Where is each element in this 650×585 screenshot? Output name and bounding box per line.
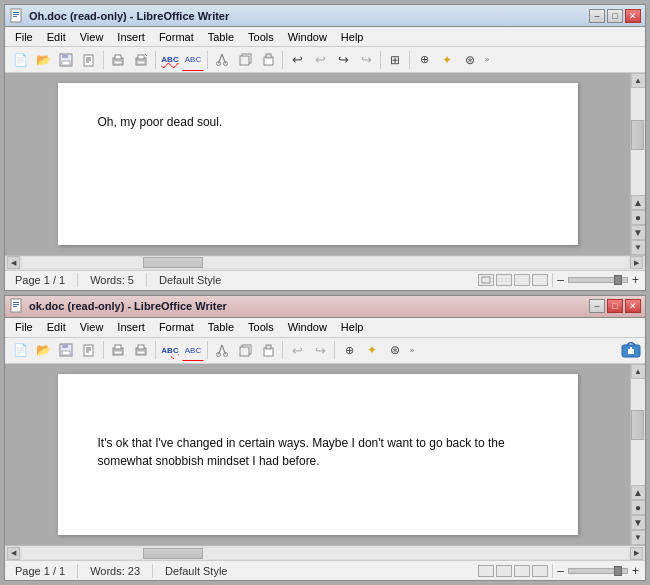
star-btn-1[interactable]: ✦ xyxy=(436,49,458,71)
more-btn-1[interactable]: ⊛ xyxy=(459,49,481,71)
redo-btn-2[interactable]: ↪ xyxy=(309,339,331,361)
paste-btn-1[interactable] xyxy=(257,49,279,71)
print-btn-2[interactable] xyxy=(107,339,129,361)
undo2-btn-1[interactable]: ↩ xyxy=(309,49,331,71)
more-btn-2[interactable]: ⊛ xyxy=(384,339,406,361)
table-btn-1[interactable]: ⊞ xyxy=(384,49,406,71)
spell2-btn-2[interactable]: ABC xyxy=(182,339,204,361)
minimize-btn-1[interactable]: – xyxy=(589,9,605,23)
scroll-track-1[interactable] xyxy=(631,88,645,195)
new-btn-1[interactable] xyxy=(9,49,31,71)
menu-format-2[interactable]: Format xyxy=(153,319,200,335)
redo2-btn-1[interactable]: ↪ xyxy=(355,49,377,71)
scroll-up-2[interactable]: ▲ xyxy=(631,364,646,379)
undo-btn-1[interactable]: ↩ xyxy=(286,49,308,71)
open-btn-1[interactable] xyxy=(32,49,54,71)
print2-btn-1[interactable] xyxy=(130,49,152,71)
hscroll-track-1[interactable] xyxy=(22,257,628,268)
save-btn-2[interactable] xyxy=(55,339,77,361)
spell-btn-2[interactable]: ABC xyxy=(159,339,181,361)
edit-file-btn-2[interactable] xyxy=(78,339,100,361)
menu-help-2[interactable]: Help xyxy=(335,319,370,335)
status-icon-b-1[interactable] xyxy=(496,274,512,286)
menu-file-1[interactable]: File xyxy=(9,29,39,45)
minimize-btn-2[interactable]: – xyxy=(589,299,605,313)
close-btn-1[interactable]: ✕ xyxy=(625,9,641,23)
new-btn-2[interactable] xyxy=(9,339,31,361)
paste-btn-2[interactable] xyxy=(257,339,279,361)
toolbar-chevron-2[interactable]: » xyxy=(407,339,417,361)
hscroll-left-1[interactable]: ◀ xyxy=(7,256,20,269)
status-icon-a-2[interactable] xyxy=(478,565,494,577)
status-icon-a-1[interactable] xyxy=(478,274,494,286)
menu-view-1[interactable]: View xyxy=(74,29,110,45)
menu-insert-2[interactable]: Insert xyxy=(111,319,151,335)
zoom-thumb-1[interactable] xyxy=(614,275,622,285)
menu-insert-1[interactable]: Insert xyxy=(111,29,151,45)
status-icon-d-1[interactable] xyxy=(532,274,548,286)
scroll-up-1[interactable]: ▲ xyxy=(631,73,646,88)
menu-view-2[interactable]: View xyxy=(74,319,110,335)
nav-up-1[interactable]: ▲ xyxy=(631,195,646,210)
spell2-btn-1[interactable]: ABC xyxy=(182,49,204,71)
doc-scroll-2[interactable]: It's ok that I've changed in certain way… xyxy=(5,364,630,546)
status-icon-c-2[interactable] xyxy=(514,565,530,577)
hscroll-track-2[interactable] xyxy=(22,548,628,559)
scroll-down-2[interactable]: ▼ xyxy=(631,530,646,545)
hscroll-right-1[interactable]: ▶ xyxy=(630,256,643,269)
nav-btn-1[interactable]: ⊕ xyxy=(413,49,435,71)
nav-dot-1[interactable]: ● xyxy=(631,210,646,225)
zoom-plus-2[interactable]: + xyxy=(632,564,639,578)
zoom-slider-2[interactable] xyxy=(568,568,628,574)
zoom-thumb-2[interactable] xyxy=(614,566,622,576)
status-icon-c-1[interactable] xyxy=(514,274,530,286)
zoom-plus-1[interactable]: + xyxy=(632,273,639,287)
hscroll-left-2[interactable]: ◀ xyxy=(7,547,20,560)
save-online-icon[interactable] xyxy=(621,340,641,360)
open-btn-2[interactable] xyxy=(32,339,54,361)
menu-table-2[interactable]: Table xyxy=(202,319,240,335)
menu-format-1[interactable]: Format xyxy=(153,29,200,45)
zoom-slider-1[interactable] xyxy=(568,277,628,283)
scroll-track-2[interactable] xyxy=(631,379,645,486)
status-icon-b-2[interactable] xyxy=(496,565,512,577)
cut-btn-1[interactable] xyxy=(211,49,233,71)
nav-dot-2[interactable]: ● xyxy=(631,500,646,515)
copy-btn-1[interactable] xyxy=(234,49,256,71)
scroll-thumb-1[interactable] xyxy=(631,120,644,150)
toolbar-chevron-1[interactable]: » xyxy=(482,49,492,71)
undo-btn-2[interactable]: ↩ xyxy=(286,339,308,361)
menu-tools-1[interactable]: Tools xyxy=(242,29,280,45)
copy-btn-2[interactable] xyxy=(234,339,256,361)
edit-file-btn-1[interactable] xyxy=(78,49,100,71)
menu-window-1[interactable]: Window xyxy=(282,29,333,45)
hscroll-thumb-1[interactable] xyxy=(143,257,203,268)
print-btn-1[interactable] xyxy=(107,49,129,71)
cut-btn-2[interactable] xyxy=(211,339,233,361)
menu-window-2[interactable]: Window xyxy=(282,319,333,335)
menu-edit-2[interactable]: Edit xyxy=(41,319,72,335)
menu-edit-1[interactable]: Edit xyxy=(41,29,72,45)
menu-file-2[interactable]: File xyxy=(9,319,39,335)
maximize-btn-1[interactable]: □ xyxy=(607,9,623,23)
nav-up-2[interactable]: ▲ xyxy=(631,485,646,500)
menu-table-1[interactable]: Table xyxy=(202,29,240,45)
hscroll-thumb-2[interactable] xyxy=(143,548,203,559)
doc-scroll-1[interactable]: Oh, my poor dead soul. xyxy=(5,73,630,255)
redo-btn-1[interactable]: ↪ xyxy=(332,49,354,71)
hscroll-right-2[interactable]: ▶ xyxy=(630,547,643,560)
status-icon-d-2[interactable] xyxy=(532,565,548,577)
zoom-minus-1[interactable]: – xyxy=(557,273,564,287)
zoom-minus-2[interactable]: – xyxy=(557,564,564,578)
save-btn-1[interactable] xyxy=(55,49,77,71)
spell-btn-1[interactable]: ABC xyxy=(159,49,181,71)
nav-down-2[interactable]: ▼ xyxy=(631,515,646,530)
scroll-down-1[interactable]: ▼ xyxy=(631,240,646,255)
menu-help-1[interactable]: Help xyxy=(335,29,370,45)
scroll-thumb-2[interactable] xyxy=(631,410,644,440)
nav-btn-2[interactable]: ⊕ xyxy=(338,339,360,361)
close-btn-2[interactable]: ✕ xyxy=(625,299,641,313)
nav-down-1[interactable]: ▼ xyxy=(631,225,646,240)
maximize-btn-2[interactable]: □ xyxy=(607,299,623,313)
menu-tools-2[interactable]: Tools xyxy=(242,319,280,335)
